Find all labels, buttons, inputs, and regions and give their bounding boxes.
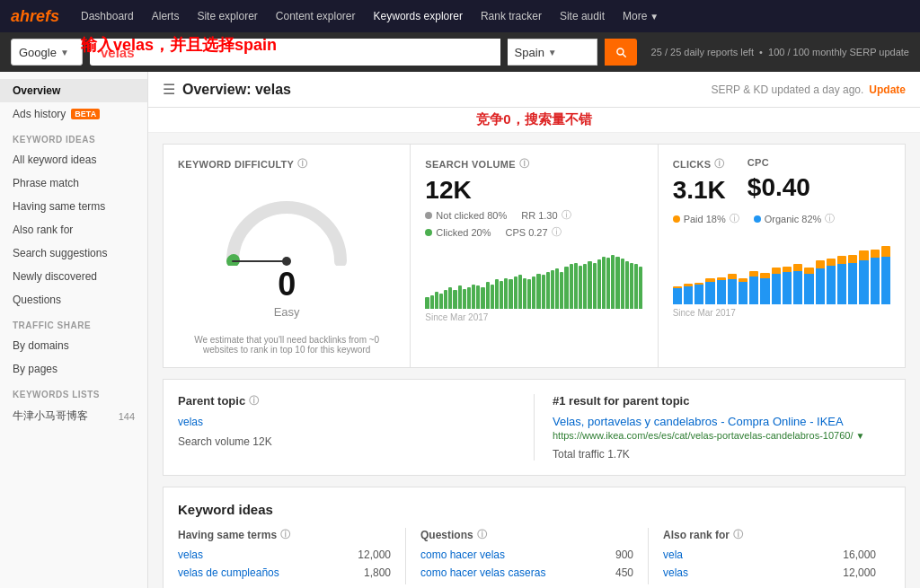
clicks-bar-group [827, 241, 836, 304]
rr-info-icon[interactable]: ⓘ [562, 208, 571, 222]
clicks-bar-group [816, 241, 825, 304]
organic-bar [705, 282, 714, 304]
vol-bar [448, 287, 452, 309]
cps-info-icon[interactable]: ⓘ [552, 225, 562, 239]
kd-info-icon[interactable]: ⓘ [297, 157, 307, 171]
sv-not-clicked: Not clicked 80% [425, 208, 507, 222]
clicks-bar-group [848, 241, 857, 304]
parent-topic-link[interactable]: velas [178, 416, 203, 428]
parent-topic-info-icon[interactable]: ⓘ [249, 394, 259, 408]
questions-info-icon[interactable]: ⓘ [477, 528, 487, 541]
organic-bar [827, 266, 836, 304]
paid-bar [848, 255, 857, 263]
sidebar-item-questions[interactable]: Questions [0, 288, 147, 312]
vol-bar [425, 297, 429, 309]
sidebar-item-by-domains[interactable]: By domains [0, 334, 147, 357]
keyword-link-velas-cumpleanos[interactable]: velas de cumpleaños [178, 566, 279, 579]
paid-bar [772, 268, 781, 274]
clicks-bar-group [673, 241, 682, 304]
sidebar-item-overview[interactable]: Overview [0, 79, 147, 102]
vol-bar [597, 259, 601, 309]
organic-bar [848, 263, 857, 304]
sidebar-item-by-pages[interactable]: By pages [0, 357, 147, 381]
gauge: 0 Easy [178, 176, 395, 328]
vol-bar [621, 259, 624, 309]
vol-bar [527, 279, 531, 309]
clicks-info-icon[interactable]: ⓘ [714, 157, 724, 171]
having-same-terms-col: Having same terms ⓘ velas 12,000 velas d… [178, 528, 405, 584]
organic-bar [816, 268, 825, 304]
sidebar-item-having-same-terms[interactable]: Having same terms [0, 195, 147, 218]
clicks-bar-group [717, 241, 726, 304]
nav-content-explorer[interactable]: Content explorer [269, 6, 363, 26]
beta-badge: BETA [71, 109, 100, 119]
having-same-terms-info-icon[interactable]: ⓘ [280, 528, 290, 541]
sidebar-item-newly-discovered[interactable]: Newly discovered [0, 265, 147, 288]
keyword-link-velas[interactable]: velas [178, 549, 203, 561]
paid-bar [793, 264, 802, 271]
clicks-breakdown: Paid 18% ⓘ Organic 82% ⓘ [673, 212, 890, 225]
keyword-link-como-hacer-velas-caseras[interactable]: como hacer velas caseras [420, 566, 545, 579]
vol-bar [615, 257, 619, 309]
nav-alerts[interactable]: Alerts [145, 6, 187, 26]
result-link[interactable]: Velas, portavelas y candelabros - Compra… [553, 415, 844, 428]
daily-reports-info: 25 / 25 daily reports left • 100 / 100 m… [651, 47, 909, 57]
keyword-link-como-hacer-velas[interactable]: como hacer velas [420, 549, 505, 561]
organic-bar [684, 286, 693, 304]
update-link[interactable]: Update [869, 83, 906, 96]
vol-bar [430, 295, 434, 309]
keyword-search-input[interactable] [90, 39, 500, 66]
kd-sublabel: Easy [274, 305, 300, 319]
vol-bar [463, 289, 466, 309]
sidebar-item-ads-history[interactable]: Ads history BETA [0, 102, 147, 126]
clicks-card: Clicks ⓘ 3.1K CPC $0.40 Paid 18% ⓘ [658, 144, 906, 368]
sidebar-item-all-keyword-ideas[interactable]: All keyword ideas [0, 148, 147, 171]
vol-bar [514, 276, 518, 309]
clicks-bar-group [760, 241, 769, 304]
dropdown-icon[interactable]: ▼ [856, 431, 865, 441]
organic-bar [717, 280, 726, 304]
sidebar-item-keyword-list[interactable]: 牛津小马哥博客 144 [0, 403, 147, 429]
organic-bar [694, 285, 703, 304]
sidebar-item-phrase-match[interactable]: Phrase match [0, 171, 147, 195]
result-title-header: #1 result for parent topic [553, 394, 890, 408]
overview-annotation: 竞争0，搜索量不错 [148, 108, 920, 133]
sv-since: Since Mar 2017 [425, 312, 642, 322]
nav-keywords-explorer[interactable]: Keywords explorer [367, 6, 470, 26]
vol-bar [453, 290, 456, 309]
nav-more[interactable]: More ▼ [615, 6, 666, 26]
nav-site-explorer[interactable]: Site explorer [190, 6, 264, 26]
nav-site-audit[interactable]: Site audit [553, 6, 612, 26]
sv-info-icon[interactable]: ⓘ [519, 157, 529, 171]
search-button[interactable] [605, 39, 637, 66]
vol-bar [458, 285, 462, 309]
nav-dashboard[interactable]: Dashboard [74, 6, 141, 26]
also-rank-for-info-icon[interactable]: ⓘ [733, 528, 743, 541]
organic-bar [739, 282, 748, 304]
hamburger-menu-icon[interactable]: ☰ [163, 81, 175, 98]
sidebar-item-also-rank-for[interactable]: Also rank for [0, 218, 147, 241]
keyword-ideas-columns: Having same terms ⓘ velas 12,000 velas d… [178, 528, 890, 584]
having-same-terms-row-1: velas 12,000 [178, 549, 391, 561]
paid-info-icon[interactable]: ⓘ [730, 212, 739, 225]
vol-bar [560, 272, 563, 309]
organic-bar [749, 276, 758, 304]
search-bar: Google ▼ Spain ▼ 25 / 25 daily reports l… [0, 32, 920, 72]
result-url: https://www.ikea.com/es/es/cat/velas-por… [553, 430, 890, 441]
vol-bar [588, 261, 591, 309]
sv-clicked: Clicked 20% [425, 225, 491, 239]
keyword-link-vela[interactable]: vela [663, 549, 683, 561]
vol-bar [606, 258, 610, 309]
nav-rank-tracker[interactable]: Rank tracker [473, 6, 549, 26]
keyword-link-velas2[interactable]: velas [663, 566, 688, 579]
sidebar-item-search-suggestions[interactable]: Search suggestions [0, 241, 147, 265]
organic-info-icon[interactable]: ⓘ [825, 212, 835, 225]
sv-stats: Not clicked 80% RR 1.30 ⓘ [425, 208, 642, 222]
clicks-bar-group [694, 241, 703, 304]
sv-stats2: Clicked 20% CPS 0.27 ⓘ [425, 225, 642, 239]
organic-bar [772, 274, 781, 304]
sv-label: Search volume ⓘ [425, 157, 642, 171]
country-select[interactable]: Spain ▼ [508, 39, 597, 66]
sv-rr: RR 1.30 ⓘ [521, 208, 571, 222]
engine-select[interactable]: Google ▼ [11, 39, 83, 66]
